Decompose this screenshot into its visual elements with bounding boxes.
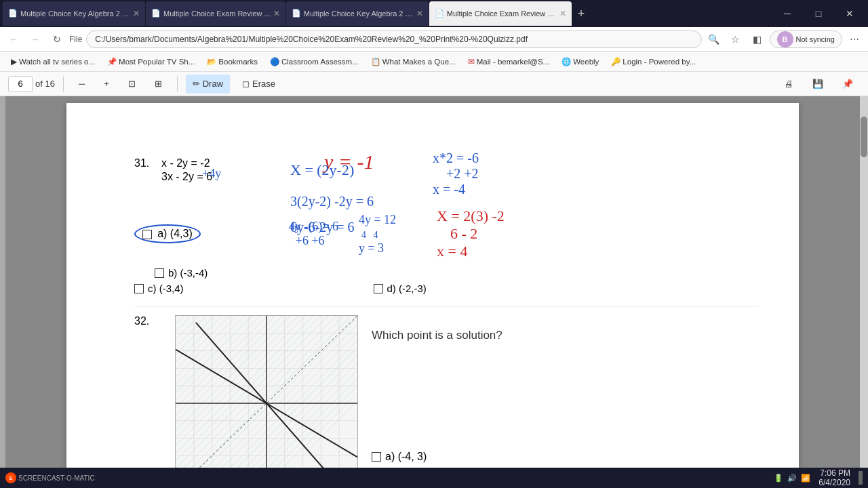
scrollbar-thumb[interactable]: [861, 117, 867, 157]
print-button[interactable]: 🖨: [778, 75, 800, 94]
tab-3[interactable]: 📄 Multiple Choice Key Algebra 2 T... ✕: [286, 1, 429, 26]
pin-button[interactable]: 📌: [835, 75, 860, 94]
bookmark-1[interactable]: ▶ Watch all tv series o...: [5, 56, 100, 68]
tab-icon-1: 📄: [8, 9, 18, 18]
bookmark-7[interactable]: 🌐 Weebly: [556, 56, 604, 68]
bookmark-3[interactable]: 📂 Bookmarks: [201, 56, 263, 68]
pdf-content-area: y = -1 x*2 = -6 +2 +2 x = -4 31.: [5, 96, 860, 488]
annotation-x-red: X = 2(3) -2 6 - 2 x = 4: [437, 207, 505, 260]
option-b-label-31: b) (-3,-4): [168, 267, 208, 279]
tab-close-4[interactable]: ✕: [559, 9, 566, 18]
bookmark-icon-3: 📂: [207, 57, 216, 66]
page-total-label: of 16: [35, 79, 55, 89]
tab-4[interactable]: 📄 Multiple Choice Exam Review _... ✕: [429, 1, 572, 26]
tab-close-2[interactable]: ✕: [273, 9, 280, 18]
substitution-line: 3(2y-2) -2y = 6: [290, 194, 374, 209]
option-d-31[interactable]: d) (-2,-3): [374, 283, 427, 294]
draw-button[interactable]: ✏ Draw: [186, 75, 230, 94]
bookmark-label-5: What Makes a Que...: [382, 58, 456, 66]
checkbox-d-31: [374, 284, 383, 293]
save-button[interactable]: 💾: [806, 75, 830, 94]
not-syncing-label: Not syncing: [796, 35, 835, 43]
date-display: 6/4/2020: [818, 478, 850, 487]
pdf-toolbar: of 16 ─ + ⊡ ⊞ ✏ Draw ◻ Erase 🖨 💾 📌: [0, 72, 868, 96]
checkbox-a-32: [372, 452, 381, 462]
bookmark-icon-6: ✉: [468, 57, 475, 66]
tab-2[interactable]: 📄 Multiple Choice Exam Review ... ✕: [146, 1, 285, 26]
checkbox-b-31: [155, 268, 164, 278]
minimize-button[interactable]: ─: [772, 0, 803, 27]
bottom-taskbar: S SCREENCAST-O-MATIC 🔋🔊📶 7:06 PM 6/4/202…: [0, 468, 868, 488]
erase-button[interactable]: ◻ Erase: [235, 75, 282, 94]
options-row-3: c) (-3,4) d) (-2,-3): [134, 283, 758, 294]
zoom-in-button[interactable]: +: [97, 75, 116, 94]
scroll-left: [0, 96, 5, 488]
screencast-label: SCREENCAST-O-MATIC: [18, 474, 95, 482]
tab-icon-4: 📄: [435, 9, 444, 18]
show-desktop-btn[interactable]: [859, 471, 863, 485]
draw-label: Draw: [203, 79, 223, 89]
not-syncing-button[interactable]: B Not syncing: [770, 30, 842, 48]
problem-31: y = -1 x*2 = -6 +2 +2 x = -4 31.: [134, 157, 758, 294]
problem-32: 32.: [134, 315, 758, 483]
screencast-logo: S SCREENCAST-O-MATIC: [5, 472, 95, 483]
tab-1[interactable]: 📄 Multiple Choice Key Algebra 2 T... ✕: [3, 1, 145, 26]
favorites-icon-btn[interactable]: ☆: [726, 30, 745, 49]
settings-icon-btn[interactable]: ⋯: [845, 30, 864, 49]
option-a-31[interactable]: a) (4,3): [134, 224, 201, 243]
bookmark-4[interactable]: 🔵 Classroom Assessm...: [264, 56, 364, 68]
address-bar-row: ← → ↻ File 🔍 ☆ ◧ B Not syncing ⋯: [0, 27, 868, 52]
system-tray: 🔋🔊📶: [774, 474, 810, 483]
bookmark-label-8: Login - Powered by...: [623, 58, 696, 66]
erase-icon: ◻: [242, 79, 250, 89]
new-tab-button[interactable]: +: [572, 1, 591, 26]
close-button[interactable]: ✕: [834, 0, 865, 27]
back-button[interactable]: ←: [4, 30, 23, 49]
refresh-button[interactable]: ↻: [47, 30, 66, 49]
fit-page-button[interactable]: ⊡: [121, 75, 142, 94]
bookmark-8[interactable]: 🔑 Login - Powered by...: [606, 56, 701, 68]
option-c-label-31: c) (-3,4): [148, 283, 184, 294]
search-icon-btn[interactable]: 🔍: [705, 30, 724, 49]
bookmark-label-6: Mail - bemarkel@S...: [477, 58, 550, 66]
bookmark-label-3: Bookmarks: [218, 58, 258, 66]
tab-icon-3: 📄: [292, 9, 301, 18]
option-a-label-32: a) (-4, 3): [385, 451, 427, 463]
clock: 7:06 PM 6/4/2020: [818, 468, 850, 487]
zoom-out-icon: ─: [79, 79, 85, 89]
tab-label-1: Multiple Choice Key Algebra 2 T...: [20, 9, 130, 18]
fit-width-button[interactable]: ⊞: [148, 75, 169, 94]
page-number-input[interactable]: [8, 76, 33, 92]
bookmark-icon-8: 🔑: [611, 57, 620, 66]
user-avatar: B: [777, 31, 793, 47]
option-d-label-31: d) (-2,-3): [387, 283, 427, 294]
tab-label-3: Multiple Choice Key Algebra 2 T...: [304, 9, 414, 18]
option-c-31[interactable]: c) (-3,4): [134, 283, 184, 294]
checkbox-c-31: [134, 284, 144, 293]
tab-label-2: Multiple Choice Exam Review ...: [163, 9, 271, 18]
tab-icon-2: 📄: [151, 9, 161, 18]
annotation-4y12: 4y = 12 4 4 y = 3: [359, 213, 396, 256]
options-row-1: a) (4,3) 4y -(6)= 6 +6 +6 4y = 12 4 4: [134, 207, 758, 260]
bookmark-label-1: Watch all tv series o...: [19, 58, 95, 66]
bookmark-5[interactable]: 📋 What Makes a Que...: [366, 56, 461, 68]
maximize-button[interactable]: □: [803, 0, 834, 27]
bookmark-6[interactable]: ✉ Mail - bemarkel@S...: [462, 56, 555, 68]
forward-button[interactable]: →: [26, 30, 45, 49]
time-display: 7:06 PM: [818, 468, 850, 478]
scrollbar-right[interactable]: [860, 96, 868, 488]
file-label: File: [69, 35, 82, 44]
problem-number-31: 31.: [134, 157, 155, 169]
option-a-label-31: a) (4,3): [157, 228, 193, 239]
option-b-31[interactable]: b) (-3,-4): [155, 267, 208, 279]
url-input[interactable]: [86, 30, 701, 48]
collections-icon-btn[interactable]: ◧: [748, 30, 767, 49]
option-a-32[interactable]: a) (-4, 3): [372, 451, 758, 463]
bookmark-icon-4: 🔵: [270, 57, 279, 66]
browser-window: 📄 Multiple Choice Key Algebra 2 T... ✕ 📄…: [0, 0, 868, 488]
bookmark-2[interactable]: 📌 Most Popular TV Sh...: [102, 56, 200, 68]
zoom-out-button[interactable]: ─: [72, 75, 92, 94]
x-eq-2y: X = (2y-2): [290, 161, 354, 179]
tab-close-1[interactable]: ✕: [133, 9, 140, 18]
tab-close-3[interactable]: ✕: [416, 9, 423, 18]
